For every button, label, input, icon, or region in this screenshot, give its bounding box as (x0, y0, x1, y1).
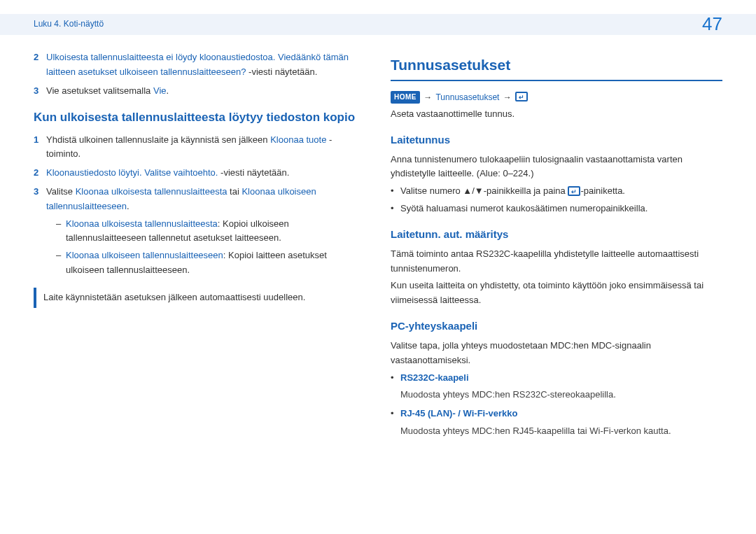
list-number: 3 (34, 185, 38, 199)
body-text: Vie asetukset valitsemalla (46, 85, 153, 96)
arrow-icon: → (503, 92, 512, 102)
emphasis-text: Vie (153, 85, 167, 96)
list-item: 3 Vie asetukset valitsemalla Vie. (34, 84, 365, 99)
emphasis-text: Kloonaa ulkoisesta tallennuslaitteesta (66, 218, 218, 229)
body-text: Valitse numero ▲/▼-painikkeilla ja paina (400, 185, 568, 196)
intro-text: Aseta vastaanottimelle tunnus. (391, 107, 722, 122)
page-number: 47 (702, 10, 722, 39)
sublist: Kloonaa ulkoisesta tallennuslaitteesta: … (46, 217, 365, 278)
left-list-main: 1 Yhdistä ulkoinen tallennuslaite ja käy… (34, 133, 365, 278)
section-heading: Laitetunn. aut. määritys (391, 226, 722, 243)
body-text: -viesti näytetään. (246, 66, 317, 77)
enter-icon (515, 92, 528, 101)
bullet-list: RS232C-kaapeli (391, 371, 722, 386)
body-text: Syötä haluamasi numerot kaukosäätimen nu… (400, 203, 648, 213)
bullet-list: RJ-45 (LAN)- / Wi-Fi-verkko (391, 407, 722, 421)
bullet-list: Valitse numero ▲/▼-painikkeilla ja paina… (391, 184, 722, 216)
body-text: Anna tunnistenumero tulokaapeliin tulosi… (391, 153, 722, 182)
body-text: -painiketta. (580, 185, 625, 196)
emphasis-text: Kloonaa tuote (270, 134, 326, 145)
emphasis-text: Kloonaa ulkoiseen tallennuslaitteeseen (66, 250, 223, 260)
list-item: RJ-45 (LAN)- / Wi-Fi-verkko (391, 407, 722, 421)
list-item: Kloonaa ulkoiseen tallennuslaitteeseen: … (56, 248, 365, 278)
body-text: Yhdistä ulkoinen tallennuslaite ja käynn… (46, 134, 270, 145)
home-icon: HOME (391, 91, 420, 104)
nav-path: HOME → Tunnusasetukset → (391, 91, 722, 104)
left-subheading: Kun ulkoisesta tallennuslaitteesta löyty… (34, 108, 365, 127)
emphasis-text: RJ-45 (LAN)- / Wi-Fi-verkko (400, 408, 517, 419)
list-item: Kloonaa ulkoisesta tallennuslaitteesta: … (56, 217, 365, 246)
list-item: Valitse numero ▲/▼-painikkeilla ja paina… (391, 184, 722, 199)
list-item: 1 Yhdistä ulkoinen tallennuslaite ja käy… (34, 133, 365, 162)
list-number: 2 (34, 50, 38, 65)
list-item: 2 Kloonaustiedosto löytyi. Valitse vaiht… (34, 166, 365, 181)
list-item: 3 Valitse Kloonaa ulkoisesta tallennusla… (34, 185, 365, 278)
emphasis-text: Kloonaustiedosto löytyi. Valitse vaihtoe… (46, 167, 218, 178)
body-text: Valitse (46, 186, 76, 197)
page-root: Luku 4. Koti-näyttö 47 2 Ulkoisesta tall… (0, 0, 756, 534)
body-text: . (127, 201, 130, 211)
sub-description: Muodosta yhteys MDC:hen RJ45-kaapelilla … (400, 424, 722, 439)
right-heading: Tunnusasetukset (391, 53, 722, 81)
section-heading: Laitetunnus (391, 132, 722, 148)
left-list-continued: 2 Ulkoisesta tallennuslaitteesta ei löyd… (34, 50, 365, 98)
nav-label: Tunnusasetukset (435, 92, 499, 102)
note-box: Laite käynnistetään asetuksen jälkeen au… (34, 288, 365, 308)
list-number: 3 (34, 84, 38, 99)
chapter-label: Luku 4. Koti-näyttö (34, 17, 104, 31)
list-item: 2 Ulkoisesta tallennuslaitteesta ei löyd… (34, 50, 365, 80)
body-text: Tämä toiminto antaa RS232C-kaapelilla yh… (391, 247, 722, 276)
sub-description: Muodosta yhteys MDC:hen RS232C-stereokaa… (400, 388, 722, 402)
content-columns: 2 Ulkoisesta tallennuslaitteesta ei löyd… (34, 50, 722, 443)
right-column: Tunnusasetukset HOME → Tunnusasetukset →… (391, 50, 722, 443)
body-text: Valitse tapa, jolla yhteys muodostetaan … (391, 339, 722, 368)
list-item: Syötä haluamasi numerot kaukosäätimen nu… (391, 202, 722, 216)
note-text: Laite käynnistetään asetuksen jälkeen au… (43, 292, 305, 302)
list-number: 1 (34, 133, 38, 148)
body-text: -viesti näytetään. (218, 167, 289, 178)
enter-icon (568, 186, 580, 196)
list-number: 2 (34, 166, 38, 181)
topbar: Luku 4. Koti-näyttö 47 (0, 14, 756, 35)
body-text: Kun useita laitteita on yhdistetty, ota … (391, 279, 722, 308)
emphasis-text: RS232C-kaapeli (400, 372, 469, 383)
list-item: RS232C-kaapeli (391, 371, 722, 386)
arrow-icon: → (424, 92, 432, 102)
section-heading: PC-yhteyskaapeli (391, 318, 722, 335)
left-column: 2 Ulkoisesta tallennuslaitteesta ei löyd… (34, 50, 365, 443)
emphasis-text: Kloonaa ulkoisesta tallennuslaitteesta (76, 186, 227, 197)
body-text: tai (227, 186, 241, 197)
body-text: . (167, 85, 169, 96)
